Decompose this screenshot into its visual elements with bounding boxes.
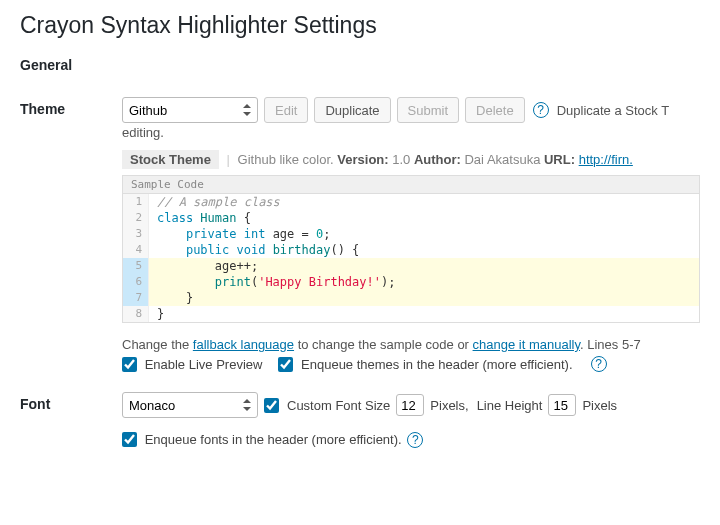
theme-url-link[interactable]: http://firn. xyxy=(579,152,633,167)
live-preview-label[interactable]: Enable Live Preview xyxy=(122,357,262,372)
code-line: 4 public void birthday() { xyxy=(123,242,699,258)
font-size-input[interactable] xyxy=(396,394,424,416)
edit-button[interactable]: Edit xyxy=(264,97,308,123)
code-line: 3 private int age = 0; xyxy=(123,226,699,242)
custom-font-size-label[interactable]: Custom Font Size xyxy=(264,398,390,413)
line-height-input[interactable] xyxy=(548,394,576,416)
section-heading: General xyxy=(20,57,700,73)
code-line: 7 } xyxy=(123,290,699,306)
page-title: Crayon Syntax Highlighter Settings xyxy=(20,8,700,39)
fallback-desc: Change the fallback language to change t… xyxy=(122,337,700,352)
live-preview-checkbox[interactable] xyxy=(122,357,137,372)
theme-meta: Stock Theme | Github like color. Version… xyxy=(122,150,700,169)
help-icon[interactable]: ? xyxy=(533,102,549,118)
enqueue-themes-label[interactable]: Enqueue themes in the header (more effic… xyxy=(278,357,572,372)
change-manually-link[interactable]: change it manually xyxy=(473,337,580,352)
code-line: 8} xyxy=(123,306,699,322)
stock-badge: Stock Theme xyxy=(122,150,219,169)
font-select[interactable]: Monaco xyxy=(122,392,258,418)
delete-button[interactable]: Delete xyxy=(465,97,525,123)
hint-line2: editing. xyxy=(122,125,700,140)
theme-select[interactable]: Github xyxy=(122,97,258,123)
fallback-language-link[interactable]: fallback language xyxy=(193,337,294,352)
code-line: 5 age++; xyxy=(123,258,699,274)
code-line: 2class Human { xyxy=(123,210,699,226)
code-line: 6 print('Happy Birthday!'); xyxy=(123,274,699,290)
duplicate-button[interactable]: Duplicate xyxy=(314,97,390,123)
enqueue-fonts-label[interactable]: Enqueue fonts in the header (more effici… xyxy=(122,432,405,447)
font-label: Font xyxy=(20,392,122,468)
dup-hint: Duplicate a Stock T xyxy=(557,103,669,118)
help-icon[interactable]: ? xyxy=(407,432,423,448)
code-preview: Sample Code 1// A sample class2class Hum… xyxy=(122,175,700,323)
custom-font-size-checkbox[interactable] xyxy=(264,398,279,413)
code-title: Sample Code xyxy=(123,176,699,194)
enqueue-fonts-checkbox[interactable] xyxy=(122,432,137,447)
help-icon[interactable]: ? xyxy=(591,356,607,372)
submit-button[interactable]: Submit xyxy=(397,97,459,123)
theme-label: Theme xyxy=(20,97,122,392)
enqueue-themes-checkbox[interactable] xyxy=(278,357,293,372)
code-line: 1// A sample class xyxy=(123,194,699,210)
